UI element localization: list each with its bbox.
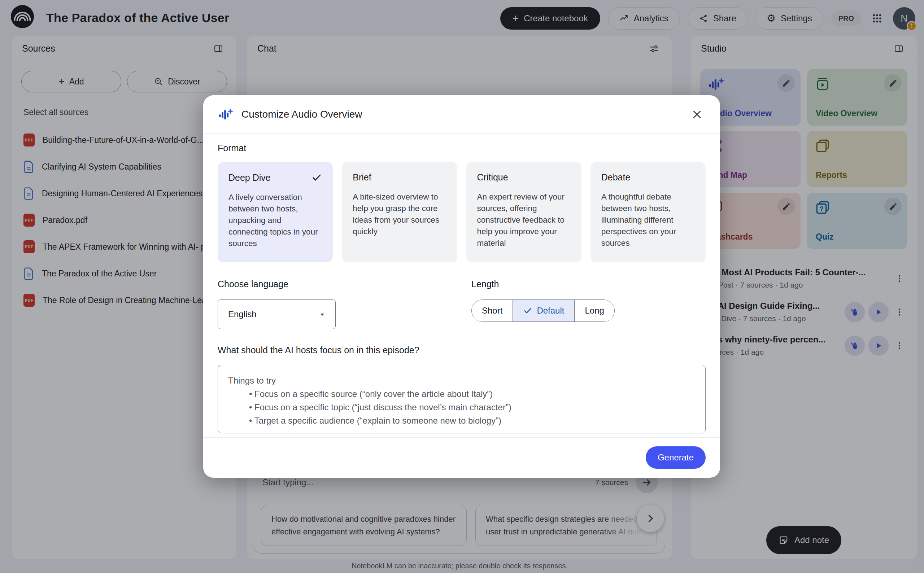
format-card-critique[interactable]: Critique An expert review of your source…	[466, 162, 581, 262]
length-label: Short	[482, 305, 503, 316]
focus-placeholder-bullet: • Focus on a specific source (“only cove…	[228, 387, 695, 401]
modal-title: Customize Audio Overview	[241, 109, 362, 120]
length-section-label: Length	[471, 279, 615, 290]
format-name: Critique	[477, 172, 508, 183]
language-section-label: Choose language	[218, 279, 471, 290]
focus-placeholder-title: Things to try	[228, 374, 695, 387]
notebooklm-app: The Paradox of the Active User + Create …	[0, 0, 924, 573]
caret-down-icon	[318, 310, 327, 319]
format-options: Deep Dive A lively conversation between …	[218, 162, 706, 262]
modal-body: Format Deep Dive A lively conversation b…	[203, 133, 720, 434]
format-description: A thoughtful debate between two hosts, i…	[601, 191, 695, 249]
format-description: A lively conversation between two hosts,…	[229, 192, 322, 249]
length-option-short[interactable]: Short	[472, 300, 512, 321]
length-label: Default	[537, 305, 564, 316]
audio-waveform-sparkle-icon	[218, 108, 233, 121]
format-name: Brief	[352, 172, 371, 183]
language-select[interactable]: English	[218, 299, 336, 329]
check-icon	[523, 306, 532, 315]
focus-question-label: What should the AI hosts focus on in thi…	[218, 345, 706, 355]
check-icon	[311, 172, 322, 183]
modal-footer: Generate	[203, 437, 720, 478]
format-section-label: Format	[218, 143, 706, 153]
length-segmented-control: Short Default Long	[471, 299, 615, 322]
format-description: A bite-sized overview to help you grasp …	[352, 191, 446, 238]
focus-textarea[interactable]: Things to try • Focus on a specific sour…	[218, 365, 706, 434]
focus-placeholder-bullet: • Focus on a specific topic (“just discu…	[228, 401, 695, 414]
focus-placeholder-bullet: • Target a specific audience (“explain t…	[228, 414, 695, 427]
format-card-debate[interactable]: Debate A thoughtful debate between two h…	[590, 162, 706, 262]
format-description: An expert review of your sources, offeri…	[477, 191, 571, 249]
customize-audio-overview-modal: Customize Audio Overview Format Deep Div…	[203, 95, 720, 478]
language-value: English	[228, 309, 257, 319]
format-name: Deep Dive	[229, 172, 271, 183]
close-icon[interactable]	[689, 106, 705, 122]
length-option-default[interactable]: Default	[512, 300, 574, 321]
length-option-long[interactable]: Long	[574, 300, 614, 321]
format-card-brief[interactable]: Brief A bite-sized overview to help you …	[342, 162, 457, 262]
format-card-deep-dive[interactable]: Deep Dive A lively conversation between …	[218, 162, 333, 262]
modal-header: Customize Audio Overview	[203, 95, 720, 133]
format-name: Debate	[601, 172, 631, 183]
length-label: Long	[585, 305, 604, 316]
generate-button[interactable]: Generate	[646, 446, 706, 469]
